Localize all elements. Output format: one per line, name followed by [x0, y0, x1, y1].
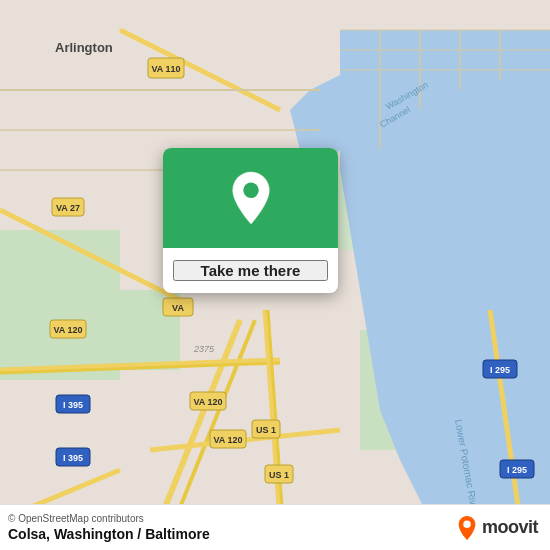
svg-point-58	[243, 183, 258, 198]
location-popup: Take me there	[163, 148, 338, 293]
svg-text:Arlington: Arlington	[55, 40, 113, 55]
svg-text:VA 120: VA 120	[213, 435, 242, 445]
svg-text:VA 27: VA 27	[56, 203, 80, 213]
svg-text:2375: 2375	[193, 344, 215, 354]
svg-text:I 295: I 295	[490, 365, 510, 375]
svg-text:VA 110: VA 110	[151, 64, 180, 74]
popup-header	[163, 148, 338, 248]
moovit-logo: moovit	[456, 515, 538, 541]
take-me-there-button[interactable]: Take me there	[173, 260, 328, 281]
location-title: Colsa, Washington / Baltimore	[8, 526, 210, 542]
moovit-pin-icon	[456, 515, 478, 541]
popup-body: Take me there	[163, 248, 338, 293]
svg-text:VA 120: VA 120	[53, 325, 82, 335]
bottom-left-info: © OpenStreetMap contributors Colsa, Wash…	[8, 513, 210, 542]
moovit-text: moovit	[482, 517, 538, 538]
svg-text:I 395: I 395	[63, 453, 83, 463]
svg-point-59	[463, 520, 470, 527]
map-container: VA 110 VA 27 VA 120 VA I 395 I 395 VA 12…	[0, 0, 550, 550]
svg-text:VA 120: VA 120	[193, 397, 222, 407]
location-pin-icon	[227, 170, 275, 226]
svg-text:I 395: I 395	[63, 400, 83, 410]
svg-text:US 1: US 1	[269, 470, 289, 480]
svg-text:US 1: US 1	[256, 425, 276, 435]
svg-text:VA: VA	[172, 303, 184, 313]
copyright-text: © OpenStreetMap contributors	[8, 513, 210, 524]
bottom-bar: © OpenStreetMap contributors Colsa, Wash…	[0, 504, 550, 550]
svg-text:I 295: I 295	[507, 465, 527, 475]
